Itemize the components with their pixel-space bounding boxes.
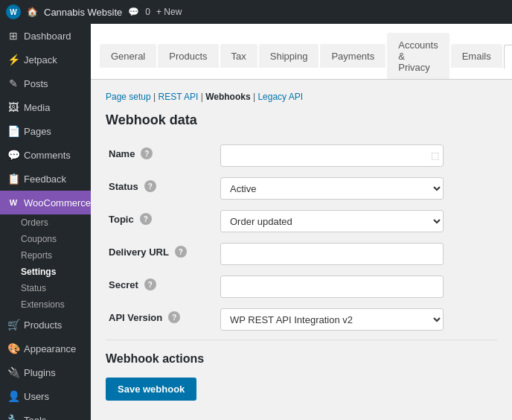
- name-help-icon[interactable]: ?: [141, 147, 153, 159]
- delivery-url-input[interactable]: [220, 243, 444, 265]
- site-name[interactable]: Cannabis Website: [44, 7, 122, 18]
- name-input-wrapper: ⬚: [220, 144, 444, 167]
- sidebar-item-products[interactable]: 🛒 Products: [0, 313, 91, 337]
- topbar-sep2: 💬: [128, 7, 139, 17]
- save-webhook-button[interactable]: Save webhook: [106, 378, 196, 401]
- delivery-url-help-icon[interactable]: ?: [175, 246, 187, 258]
- actions-title: Webhook actions: [106, 352, 497, 366]
- page-content: Page setup | REST API | Webhooks | Legac…: [91, 80, 512, 413]
- tab-tax[interactable]: Tax: [220, 44, 257, 68]
- tab-navigation: General Products Tax Shipping Payments A…: [91, 24, 512, 80]
- name-input-icon: ⬚: [431, 150, 439, 161]
- sidebar: ⊞ Dashboard ⚡ Jetpack ✎ Posts 🖼 Media 📄 …: [0, 24, 91, 420]
- status-label: Status ?: [106, 173, 217, 206]
- products-icon: 🛒: [7, 319, 19, 331]
- users-icon: 👤: [7, 390, 19, 402]
- secret-input[interactable]: [220, 276, 444, 298]
- sidebar-item-plugins[interactable]: 🔌 Plugins: [0, 360, 91, 384]
- name-field-col: ⬚: [217, 140, 497, 173]
- secret-help-icon[interactable]: ?: [144, 279, 156, 290]
- wp-logo[interactable]: W: [6, 4, 21, 19]
- sidebar-label-media: Media: [24, 102, 50, 113]
- name-label: Name ?: [106, 140, 217, 173]
- form-row-api-version: API Version ? WP REST API Integration v1…: [106, 304, 497, 337]
- sidebar-sub-coupons[interactable]: Coupons: [0, 231, 91, 247]
- sidebar-label-users: Users: [24, 391, 49, 402]
- tab-shipping[interactable]: Shipping: [259, 44, 319, 68]
- form-row-name: Name ? ⬚: [106, 140, 497, 173]
- topbar: W 🏠 Cannabis Website 💬 0 + New: [0, 0, 512, 24]
- sidebar-sub-reports[interactable]: Reports: [0, 247, 91, 264]
- main-content: General Products Tax Shipping Payments A…: [91, 24, 512, 420]
- section-title: Webhook data: [106, 112, 497, 128]
- jetpack-icon: ⚡: [7, 54, 19, 66]
- form-row-topic: Topic ? Order updated Order created Orde…: [106, 206, 497, 238]
- comments-count[interactable]: 0: [145, 7, 150, 17]
- tab-payments[interactable]: Payments: [320, 44, 385, 68]
- plugins-icon: 🔌: [7, 366, 19, 378]
- sidebar-label-products: Products: [24, 319, 62, 331]
- sidebar-item-media[interactable]: 🖼 Media: [0, 95, 91, 119]
- tab-advanced[interactable]: Advanced: [504, 45, 512, 69]
- breadcrumb-rest-api[interactable]: REST API: [159, 92, 199, 102]
- sidebar-item-woocommerce[interactable]: W WooCommerce: [0, 191, 91, 214]
- sidebar-sub-status[interactable]: Status: [0, 280, 91, 296]
- api-version-label: API Version ?: [106, 304, 217, 337]
- tools-icon: 🔧: [7, 414, 19, 420]
- sidebar-item-posts[interactable]: ✎ Posts: [0, 71, 91, 95]
- delivery-url-label: Delivery URL ?: [106, 238, 217, 271]
- divider: [106, 340, 497, 340]
- sidebar-sub-settings[interactable]: Settings: [0, 264, 91, 280]
- sidebar-item-appearance[interactable]: 🎨 Appearance: [0, 337, 91, 360]
- topic-select[interactable]: Order updated Order created Order delete…: [220, 210, 444, 232]
- webhook-form: Name ? ⬚: [106, 140, 497, 337]
- topic-help-icon[interactable]: ?: [140, 213, 152, 225]
- status-field-col: Active Paused Disabled: [217, 173, 497, 206]
- form-row-delivery-url: Delivery URL ?: [106, 238, 497, 271]
- sidebar-item-jetpack[interactable]: ⚡ Jetpack: [0, 48, 91, 71]
- sidebar-item-users[interactable]: 👤 Users: [0, 384, 91, 408]
- actions-area: Save webhook: [106, 378, 497, 401]
- sidebar-label-feedback: Feedback: [24, 174, 66, 185]
- topic-label: Topic ?: [106, 206, 217, 238]
- topic-field-col: Order updated Order created Order delete…: [217, 206, 497, 238]
- status-help-icon[interactable]: ?: [144, 180, 156, 192]
- tab-products[interactable]: Products: [158, 44, 218, 68]
- sidebar-label-comments: Comments: [24, 150, 71, 161]
- sidebar-item-comments[interactable]: 💬 Comments: [0, 143, 91, 167]
- tab-accounts[interactable]: Accounts & Privacy: [387, 33, 449, 79]
- tab-general[interactable]: General: [100, 44, 156, 68]
- comments-icon: 💬: [7, 149, 19, 161]
- status-select[interactable]: Active Paused Disabled: [220, 177, 444, 200]
- sidebar-label-tools: Tools: [24, 415, 46, 421]
- breadcrumb-current-webhooks: Webhooks: [205, 92, 250, 102]
- pages-icon: 📄: [7, 125, 19, 137]
- sidebar-label-jetpack: Jetpack: [24, 54, 57, 66]
- dashboard-icon: ⊞: [7, 30, 19, 42]
- sidebar-sub-orders[interactable]: Orders: [0, 214, 91, 231]
- sidebar-item-pages[interactable]: 📄 Pages: [0, 119, 91, 143]
- topbar-sep: 🏠: [27, 7, 38, 17]
- sidebar-item-feedback[interactable]: 📋 Feedback: [0, 167, 91, 191]
- tab-emails[interactable]: Emails: [451, 44, 502, 68]
- api-version-select[interactable]: WP REST API Integration v1 WP REST API I…: [220, 308, 444, 331]
- media-icon: 🖼: [7, 101, 19, 113]
- new-button[interactable]: + New: [156, 7, 182, 17]
- form-row-status: Status ? Active Paused Disabled: [106, 173, 497, 206]
- name-input[interactable]: [220, 144, 444, 167]
- api-version-field-col: WP REST API Integration v1 WP REST API I…: [217, 304, 497, 337]
- sidebar-label-woocommerce: WooCommerce: [24, 197, 91, 209]
- secret-label: Secret ?: [106, 271, 217, 304]
- api-version-help-icon[interactable]: ?: [168, 311, 180, 323]
- posts-icon: ✎: [7, 77, 19, 89]
- breadcrumb: Page setup | REST API | Webhooks | Legac…: [106, 92, 497, 102]
- sidebar-item-dashboard[interactable]: ⊞ Dashboard: [0, 24, 91, 48]
- appearance-icon: 🎨: [7, 343, 19, 354]
- sidebar-label-dashboard: Dashboard: [24, 31, 71, 42]
- breadcrumb-legacy-api[interactable]: Legacy API: [257, 92, 303, 102]
- sidebar-sub-extensions[interactable]: Extensions: [0, 296, 91, 313]
- breadcrumb-page-setup[interactable]: Page setup: [106, 92, 151, 102]
- sidebar-item-tools[interactable]: 🔧 Tools: [0, 408, 91, 420]
- secret-field-col: [217, 271, 497, 304]
- sidebar-label-pages: Pages: [24, 126, 51, 137]
